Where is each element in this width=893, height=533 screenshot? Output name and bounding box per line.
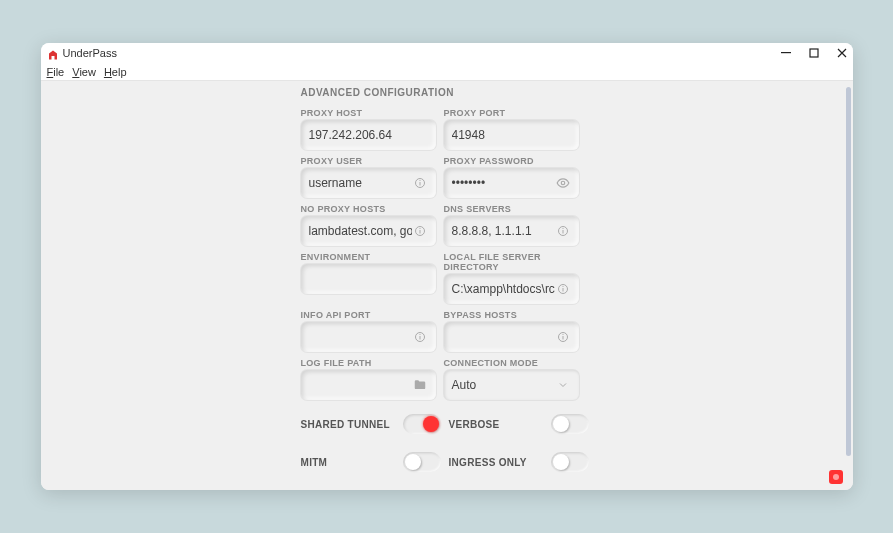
info-api-port-input[interactable] [301, 322, 436, 352]
info-icon [555, 281, 571, 297]
local-file-dir-input[interactable] [444, 274, 579, 304]
content-area: ADVANCED CONFIGURATION PROXY HOST PROXY … [41, 81, 853, 490]
info-icon [412, 329, 428, 345]
section-title: ADVANCED CONFIGURATION [301, 87, 841, 98]
log-file-path-label: LOG FILE PATH [301, 358, 436, 368]
shared-tunnel-toggle[interactable] [403, 414, 441, 434]
dns-servers-input[interactable] [444, 216, 579, 246]
menu-bar: File View Help [41, 63, 853, 81]
proxy-host-input[interactable] [301, 120, 436, 150]
proxy-user-label: PROXY USER [301, 156, 436, 166]
svg-rect-3 [419, 182, 420, 186]
mitm-label: MITM [301, 457, 328, 468]
svg-rect-16 [419, 336, 420, 340]
svg-point-17 [419, 334, 420, 335]
proxy-password-label: PROXY PASSWORD [444, 156, 579, 166]
svg-point-8 [419, 228, 420, 229]
menu-help[interactable]: Help [104, 66, 127, 78]
menu-file[interactable]: File [47, 66, 65, 78]
svg-point-11 [562, 228, 563, 229]
app-window: UnderPass File View Help ADVANCED CONFIG… [41, 43, 853, 490]
close-button[interactable] [835, 46, 849, 60]
info-icon [555, 223, 571, 239]
ingress-only-toggle[interactable] [551, 452, 589, 472]
info-icon [412, 175, 428, 191]
svg-rect-13 [562, 288, 563, 292]
notification-icon[interactable] [829, 470, 843, 484]
menu-view[interactable]: View [72, 66, 96, 78]
environment-label: ENVIRONMENT [301, 252, 436, 262]
verbose-label: VERBOSE [449, 419, 500, 430]
proxy-port-input[interactable] [444, 120, 579, 150]
info-api-port-label: INFO API PORT [301, 310, 436, 320]
ingress-only-label: INGRESS ONLY [449, 457, 527, 468]
connection-mode-label: CONNECTION MODE [444, 358, 579, 368]
eye-icon[interactable] [555, 175, 571, 191]
local-file-dir-label: LOCAL FILE SERVER DIRECTORY [444, 252, 579, 272]
no-proxy-hosts-label: NO PROXY HOSTS [301, 204, 436, 214]
dns-servers-label: DNS SERVERS [444, 204, 579, 214]
proxy-port-label: PROXY PORT [444, 108, 579, 118]
chevron-down-icon [555, 377, 571, 393]
log-file-path-input[interactable] [301, 370, 436, 400]
svg-point-5 [561, 181, 565, 185]
shared-tunnel-label: SHARED TUNNEL [301, 419, 390, 430]
svg-point-20 [562, 334, 563, 335]
svg-rect-10 [562, 230, 563, 234]
mitm-toggle[interactable] [403, 452, 441, 472]
title-bar: UnderPass [41, 43, 853, 63]
app-icon [47, 47, 59, 59]
bypass-hosts-input[interactable] [444, 322, 579, 352]
proxy-password-input[interactable] [444, 168, 579, 198]
info-icon [412, 223, 428, 239]
proxy-host-label: PROXY HOST [301, 108, 436, 118]
svg-rect-7 [419, 230, 420, 234]
svg-rect-1 [810, 49, 818, 57]
verbose-toggle[interactable] [551, 414, 589, 434]
info-icon [555, 329, 571, 345]
folder-icon[interactable] [412, 377, 428, 393]
svg-rect-19 [562, 336, 563, 340]
environment-input[interactable] [301, 264, 436, 294]
minimize-button[interactable] [779, 46, 793, 60]
svg-point-4 [419, 180, 420, 181]
app-title: UnderPass [63, 47, 117, 59]
no-proxy-hosts-input[interactable] [301, 216, 436, 246]
connection-mode-value: Auto [452, 378, 477, 392]
maximize-button[interactable] [807, 46, 821, 60]
bypass-hosts-label: BYPASS HOSTS [444, 310, 579, 320]
vertical-scrollbar[interactable] [846, 87, 851, 456]
advanced-config-panel: ADVANCED CONFIGURATION PROXY HOST PROXY … [301, 87, 841, 490]
proxy-user-input[interactable] [301, 168, 436, 198]
connection-mode-select[interactable]: Auto [444, 370, 579, 400]
svg-point-14 [562, 286, 563, 287]
svg-rect-0 [781, 52, 791, 53]
